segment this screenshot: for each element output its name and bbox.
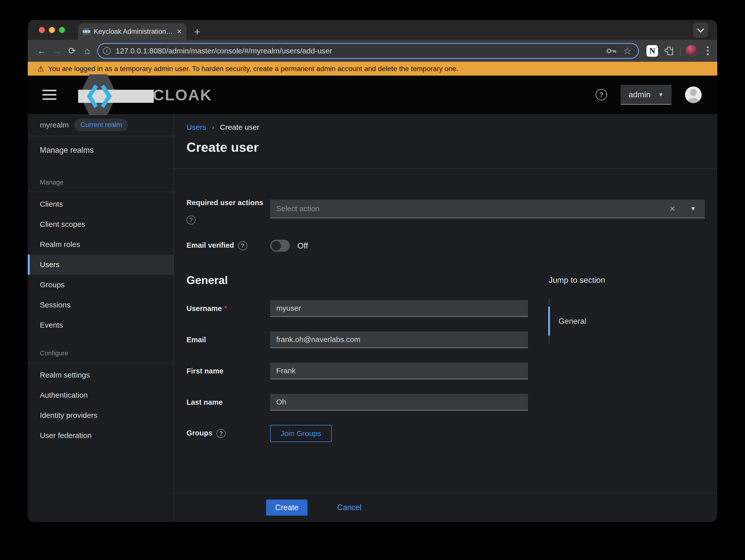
sidebar-nav: myrealm Current realm Manage realms Mana… [28,114,174,522]
url-text[interactable]: 127.0.0.1:8080/admin/master/console/#/my… [116,46,601,55]
site-info-icon[interactable]: i [103,47,111,55]
breadcrumb-current: Create user [220,123,259,132]
breadcrumb-users-link[interactable]: Users [187,123,206,132]
browser-profile-avatar[interactable] [686,45,698,57]
chevron-down-icon [697,26,704,33]
sidebar-item-client-scopes[interactable]: Client scopes [28,214,174,234]
caret-down-icon: ▼ [658,92,663,98]
jump-to-section-panel: Jump to section General [549,275,690,344]
chevron-right-icon: › [212,123,214,132]
home-button[interactable]: ⌂ [79,43,95,59]
main-content: Users › Create user Create user Required… [174,114,717,522]
current-realm-badge: Current realm [74,119,128,131]
temp-admin-warning-banner: ⚠ You are logged in as a temporary admin… [28,62,717,76]
email-verified-toggle[interactable] [270,240,290,252]
sidebar-item-events[interactable]: Events [28,315,174,335]
create-button[interactable]: Create [266,499,307,516]
browser-tab[interactable]: Keycloak Administration Cons ✕ [78,23,187,40]
email-verified-label: Email verified? [187,241,270,250]
bookmark-star-icon[interactable]: ☆ [623,46,631,56]
clear-selection-icon[interactable]: ✕ [669,204,675,213]
nav-section-manage: Manage [28,178,174,186]
select-caret-icon: ▼ [690,205,696,212]
sidebar-item-authentication[interactable]: Authentication [28,385,174,405]
jump-to-section-heading: Jump to section [549,275,690,285]
select-placeholder: Select action [276,204,669,213]
keycloak-favicon [83,28,90,35]
help-icon[interactable]: ? [595,89,607,101]
back-button[interactable]: ← [34,43,50,59]
sidebar-item-sessions[interactable]: Sessions [28,295,174,315]
reload-button[interactable]: ⟳ [65,43,79,59]
tab-close-icon[interactable]: ✕ [176,28,182,36]
new-tab-button[interactable]: + [194,27,200,37]
tab-strip: Keycloak Administration Cons ✕ + [28,20,717,40]
username-input[interactable] [270,300,528,317]
groups-label: Groups? [187,429,270,438]
first-name-label: First name [187,367,270,375]
breadcrumb: Users › Create user [187,123,705,132]
email-label: Email [187,336,270,344]
browser-menu-icon[interactable] [705,46,711,55]
sidebar-item-user-federation[interactable]: User federation [28,425,174,446]
nav-toggle-hamburger-icon[interactable] [42,90,57,100]
notion-extension-icon[interactable]: N [646,45,658,57]
jump-item-general[interactable]: General [548,307,586,336]
forward-button[interactable]: → [50,43,65,59]
keycloak-masthead: KEYCLOAK ? admin ▼ [28,76,717,114]
browser-window: Keycloak Administration Cons ✕ + ← → ⟳ ⌂… [28,20,717,522]
first-name-input[interactable] [270,363,528,379]
cancel-button[interactable]: Cancel [337,503,362,512]
username-label: Username* [187,304,270,313]
sidebar-item-realm-roles[interactable]: Realm roles [28,234,174,255]
nav-section-configure: Configure [28,349,174,357]
window-controls [39,27,65,33]
sidebar-item-users[interactable]: Users [28,255,174,275]
keycloak-logo[interactable]: KEYCLOAK [79,76,212,114]
realm-selector[interactable]: myrealm Current realm [28,114,174,136]
sidebar-item-manage-realms[interactable]: Manage realms [28,136,174,164]
tab-title: Keycloak Administration Cons [94,28,173,36]
warning-text: You are logged in as a temporary admin u… [48,65,458,73]
required-actions-help-icon[interactable]: ? [187,216,196,225]
required-user-actions-select[interactable]: Select action ✕ ▼ [270,200,705,218]
sidebar-item-groups[interactable]: Groups [28,275,174,295]
sidebar-item-realm-settings[interactable]: Realm settings [28,365,174,385]
email-verified-help-icon[interactable]: ? [238,241,247,250]
minimize-window-button[interactable] [49,27,55,33]
required-user-actions-label: Required user actions [187,193,270,212]
keycloak-chevrons-icon [87,84,115,108]
browser-toolbar: ← → ⟳ ⌂ i 127.0.0.1:8080/admin/master/co… [28,40,717,62]
email-input[interactable] [270,331,528,348]
password-key-icon[interactable] [606,47,616,54]
last-name-input[interactable] [270,394,528,410]
required-asterisk: * [224,304,227,312]
email-verified-state: Off [297,241,308,251]
sidebar-item-clients[interactable]: Clients [28,194,174,214]
sidebar-item-identity-providers[interactable]: Identity providers [28,405,174,425]
address-bar[interactable]: i 127.0.0.1:8080/admin/master/console/#/… [97,43,639,59]
user-avatar[interactable] [685,87,702,103]
extensions-puzzle-icon[interactable] [663,45,674,56]
toolbar-divider [680,46,681,56]
user-dropdown-label: admin [628,90,650,99]
realm-name: myrealm [40,121,69,129]
page-title: Create user [187,140,705,155]
close-window-button[interactable] [39,27,45,33]
warning-triangle-icon: ⚠ [37,65,44,73]
form-footer: Create Cancel [174,493,717,522]
zoom-window-button[interactable] [59,27,65,33]
last-name-label: Last name [187,398,270,406]
user-dropdown[interactable]: admin ▼ [621,85,671,105]
tab-search-button[interactable] [693,23,708,38]
join-groups-button[interactable]: Join Groups [270,425,332,442]
groups-help-icon[interactable]: ? [217,429,226,438]
